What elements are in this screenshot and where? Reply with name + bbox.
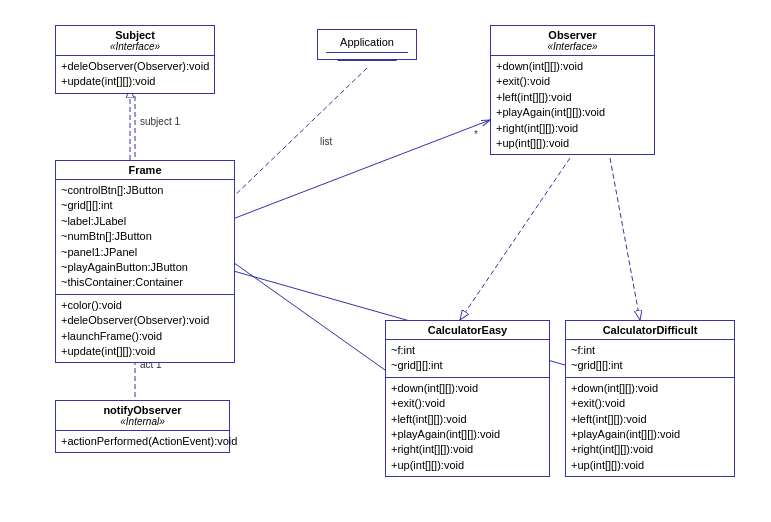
star-label: * <box>474 129 478 140</box>
observer-class: Observer «Interface» +down(int[][]):void… <box>490 25 655 155</box>
observer-methods: +down(int[][]):void +exit():void +left(i… <box>491 56 654 154</box>
notify-stereotype: «Internal» <box>62 416 223 427</box>
application-name-text: Application <box>340 36 394 48</box>
subject-methods: +deleObserver(Observer):void +update(int… <box>56 56 214 93</box>
observer-name-text: Observer <box>548 29 596 41</box>
subject-stereotype: «Interface» <box>62 41 208 52</box>
calc-easy-name: CalculatorEasy <box>386 321 549 340</box>
calculator-easy-class: CalculatorEasy ~f:int ~grid[][]:int +dow… <box>385 320 550 477</box>
calc-easy-name-text: CalculatorEasy <box>428 324 507 336</box>
frame-methods: +color():void +deleObserver(Observer):vo… <box>56 295 234 363</box>
list-label: list <box>320 136 332 147</box>
svg-line-3 <box>460 158 570 320</box>
svg-line-4 <box>610 158 640 320</box>
svg-line-5 <box>230 120 490 220</box>
frame-attributes: ~controlBtn[]:JButton ~grid[][]:int ~lab… <box>56 180 234 295</box>
notify-methods: +actionPerformed(ActionEvent):void <box>56 431 229 452</box>
calc-diff-methods: +down(int[][]):void +exit():void +left(i… <box>566 378 734 476</box>
calculator-difficult-class: CalculatorDifficult ~f:int ~grid[][]:int… <box>565 320 735 477</box>
subject-label: subject 1 <box>140 116 180 127</box>
subject-name-text: Subject <box>115 29 155 41</box>
subject-class: Subject «Interface» +deleObserver(Observ… <box>55 25 215 94</box>
notify-class-name: notifyObserver «Internal» <box>56 401 229 431</box>
calc-diff-attrs: ~f:int ~grid[][]:int <box>566 340 734 378</box>
calc-diff-name: CalculatorDifficult <box>566 321 734 340</box>
observer-class-name: Observer «Interface» <box>491 26 654 56</box>
frame-class-name: Frame <box>56 161 234 180</box>
observer-stereotype: «Interface» <box>497 41 648 52</box>
frame-name-text: Frame <box>128 164 161 176</box>
diagram-container: subject 1 act 1 list * Subject «Interfac… <box>0 0 771 522</box>
application-class: Application <box>317 29 417 60</box>
calc-easy-methods: +down(int[][]):void +exit():void +left(i… <box>386 378 549 476</box>
notify-observer-class: notifyObserver «Internal» +actionPerform… <box>55 400 230 453</box>
subject-class-name: Subject «Interface» <box>56 26 214 56</box>
notify-name-text: notifyObserver <box>103 404 181 416</box>
svg-line-8 <box>230 68 367 200</box>
calc-diff-name-text: CalculatorDifficult <box>603 324 698 336</box>
svg-line-6 <box>230 260 385 370</box>
calc-easy-attrs: ~f:int ~grid[][]:int <box>386 340 549 378</box>
frame-class: Frame ~controlBtn[]:JButton ~grid[][]:in… <box>55 160 235 363</box>
